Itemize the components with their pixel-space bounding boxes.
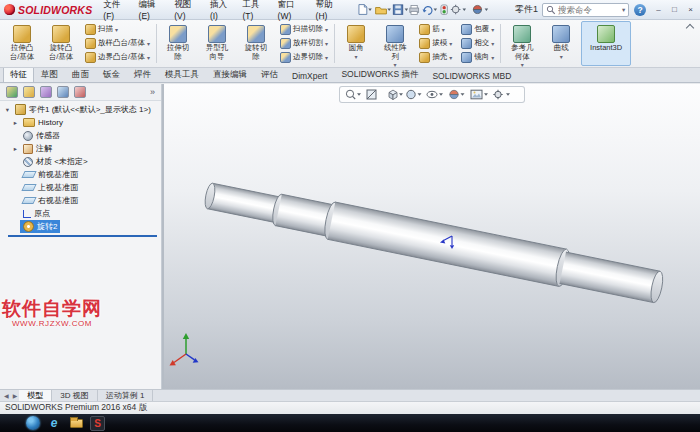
tree-item-right-plane[interactable]: 右视基准面 [0, 194, 161, 207]
tree-item-top-plane[interactable]: 上视基准面 [0, 181, 161, 194]
expand-arrow-icon[interactable]: ▸ [11, 119, 20, 127]
undo-button[interactable] [422, 7, 437, 15]
help-icon[interactable]: ? [634, 4, 646, 16]
expand-arrow-icon[interactable]: ▾ [3, 106, 12, 114]
view-settings-icon[interactable] [493, 90, 510, 99]
start-button[interactable] [26, 416, 40, 430]
property-manager-tab[interactable] [23, 86, 35, 98]
close-button[interactable]: × [685, 5, 696, 14]
menu-file[interactable]: 文件(F) [99, 0, 134, 24]
new-document-button[interactable] [359, 5, 372, 15]
options-gear-button[interactable] [451, 5, 466, 15]
maximize-button[interactable]: □ [669, 5, 680, 14]
display-style-icon[interactable] [407, 90, 422, 98]
swept-cut-button[interactable]: 扫描切除▾ [278, 23, 330, 36]
print-document-button[interactable] [409, 5, 418, 14]
search-input[interactable] [558, 5, 620, 15]
draft-button[interactable]: 拔模▾ [417, 37, 454, 50]
rollback-bar[interactable] [8, 235, 157, 237]
tab-sheet-metal[interactable]: 钣金 [96, 66, 127, 82]
tree-item-origin[interactable]: 原点 [0, 207, 161, 220]
3d-model-scene[interactable] [164, 84, 700, 389]
expand-panel-icon[interactable]: » [150, 87, 155, 97]
file-explorer-icon[interactable] [68, 416, 84, 431]
swept-boss-base-button[interactable]: 扫描▾ [83, 23, 152, 36]
tree-root-part[interactable]: ▾零件1 (默认<<默认>_显示状态 1>) [0, 103, 161, 116]
expand-arrow-icon[interactable]: ▸ [11, 145, 20, 153]
tab-direct-editing[interactable]: 直接编辑 [206, 66, 254, 82]
view-orientation-icon[interactable] [389, 90, 403, 99]
feature-manager-tab[interactable] [6, 86, 18, 98]
save-document-button[interactable] [393, 5, 408, 14]
extruded-boss-base-button[interactable]: 拉伸凸台/基体 [3, 21, 41, 66]
command-search[interactable]: ▾ [542, 3, 629, 17]
linear-pattern-button[interactable]: 线性阵列▾ [376, 21, 414, 66]
apply-scene-icon[interactable] [471, 90, 488, 99]
tab-dimxpert[interactable]: DimXpert [285, 68, 334, 82]
boundary-cut-button[interactable]: 边界切除▾ [278, 51, 330, 64]
menu-insert[interactable]: 插入(I) [206, 0, 238, 24]
lofted-cut-button[interactable]: 放样切割▾ [278, 37, 330, 50]
intersect-button[interactable]: 相交▾ [459, 37, 496, 50]
solidworks-logo: SOLIDWORKS [4, 4, 92, 16]
edit-appearance-button[interactable] [473, 5, 488, 13]
doc-tab-3d-views[interactable]: 3D 视图 [52, 390, 97, 401]
display-manager-tab[interactable] [74, 86, 86, 98]
collapse-ribbon-icon[interactable] [687, 25, 693, 31]
revolved-cut-button[interactable]: 旋转切除 [237, 21, 275, 66]
tab-weldments[interactable]: 焊件 [127, 66, 158, 82]
lofted-boss-base-button[interactable]: 放样凸台/基体▾ [83, 37, 152, 50]
shell-button[interactable]: 抽壳▾ [417, 51, 454, 64]
tree-item-revolve2[interactable]: 旋转2 [0, 220, 161, 233]
rebuild-button[interactable] [441, 5, 447, 15]
minimize-button[interactable]: – [653, 5, 664, 14]
zoom-fit-icon[interactable] [346, 90, 361, 99]
tree-item-history[interactable]: ▸History [0, 116, 161, 129]
tab-features[interactable]: 特征 [3, 66, 34, 82]
shaft-model[interactable] [202, 177, 665, 307]
scroll-tabs-left[interactable]: ◀ [2, 390, 11, 401]
extruded-cut-button[interactable]: 拉伸切除 [159, 21, 197, 66]
tree-item-front-plane[interactable]: 前视基准面 [0, 168, 161, 181]
configuration-manager-tab[interactable] [40, 86, 52, 98]
rib-button[interactable]: 筋▾ [417, 23, 454, 36]
fillet-button[interactable]: 圆角▾ [337, 21, 375, 66]
revolved-boss-base-button[interactable]: 旋转凸台/基体 [42, 21, 80, 66]
menu-window[interactable]: 窗口(W) [274, 0, 312, 24]
wrap-button[interactable]: 包覆▾ [459, 23, 496, 36]
menu-tools[interactable]: 工具(T) [238, 0, 273, 24]
wrap-icon [461, 24, 472, 35]
menu-help[interactable]: 帮助(H) [312, 0, 348, 24]
tab-evaluate[interactable]: 评估 [254, 66, 285, 82]
graphics-viewport[interactable] [164, 84, 700, 389]
open-document-button[interactable] [375, 8, 390, 14]
edit-appearance-icon[interactable] [450, 90, 465, 98]
tab-solidworks-mbd[interactable]: SOLIDWORKS MBD [425, 68, 518, 82]
doc-tab-model[interactable]: 模型 [19, 390, 52, 401]
mirror-button[interactable]: 镜向▾ [459, 51, 496, 64]
doc-tab-motion-study-1[interactable]: 运动算例 1 [98, 390, 154, 401]
dropdown-arrow-icon [433, 9, 437, 12]
hole-wizard-button[interactable]: 异型孔向导 [198, 21, 236, 66]
tree-item-sensors[interactable]: 传感器 [0, 129, 161, 142]
dimxpert-manager-tab[interactable] [57, 86, 69, 98]
instant3d-button[interactable]: Instant3D [581, 21, 631, 66]
tree-item-annotations[interactable]: ▸注解 [0, 142, 161, 155]
tab-solidworks-addins[interactable]: SOLIDWORKS 插件 [334, 66, 425, 82]
internet-explorer-icon[interactable]: e [46, 416, 62, 431]
curves-button[interactable]: 曲线▾ [542, 21, 580, 66]
section-view-icon[interactable] [367, 90, 376, 99]
search-dropdown-icon[interactable]: ▾ [622, 6, 625, 14]
tab-mold-tools[interactable]: 模具工具 [158, 66, 206, 82]
hide-show-items-icon[interactable] [427, 91, 443, 97]
menu-edit[interactable]: 编辑(E) [135, 0, 171, 24]
boundary-boss-base-button[interactable]: 边界凸台/基体▾ [83, 51, 152, 64]
tab-surfaces[interactable]: 曲面 [65, 66, 96, 82]
reference-geometry-button[interactable]: 参考几何体▾ [503, 21, 541, 66]
solidworks-taskbar-icon[interactable]: S [90, 416, 105, 431]
menu-view[interactable]: 视图(V) [170, 0, 206, 24]
tree-item-material[interactable]: 材质 <未指定> [0, 155, 161, 168]
scroll-tabs-right[interactable]: ▶ [11, 390, 20, 401]
tab-sketch[interactable]: 草图 [34, 66, 65, 82]
boundary-cut-label: 边界切除 [293, 53, 323, 62]
